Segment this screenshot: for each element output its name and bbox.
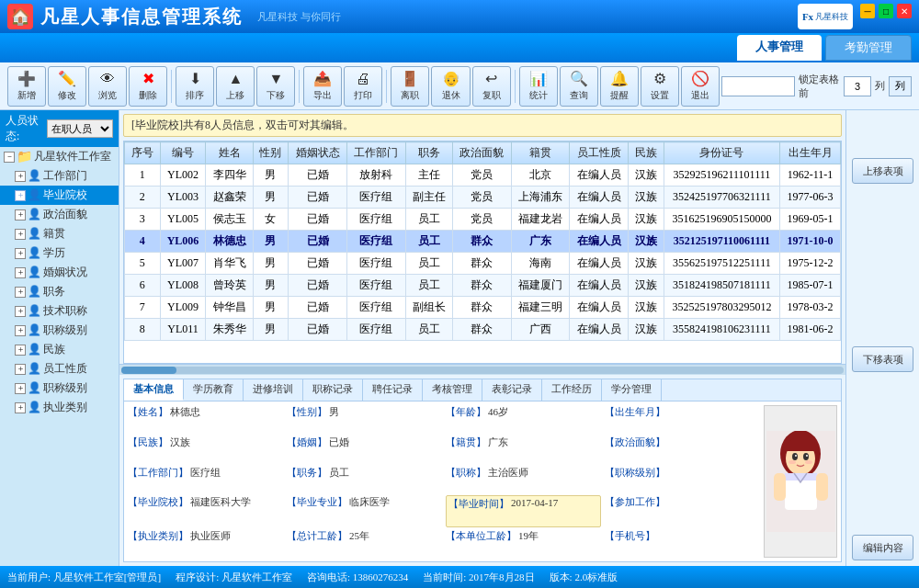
search-field[interactable] bbox=[721, 76, 795, 96]
table-cell: 4 bbox=[125, 231, 161, 253]
move-up-button[interactable]: ▲ 上移 bbox=[216, 66, 255, 107]
table-row[interactable]: 4YL006林德忠男已婚医疗组员工群众广东在编人员汉族3521251971100… bbox=[125, 231, 841, 253]
detail-tab-hire[interactable]: 聘任记录 bbox=[363, 379, 423, 401]
sidebar-item-school[interactable]: ＋ 👤 毕业院校 bbox=[0, 186, 119, 205]
table-cell: 男 bbox=[253, 187, 289, 209]
table-cell: 汉族 bbox=[629, 209, 664, 231]
sidebar-item-root[interactable]: － 📁 凡星软件工作室 bbox=[0, 147, 119, 166]
print-button[interactable]: 🖨 打印 bbox=[344, 66, 382, 107]
origin-icon: 👤 bbox=[28, 227, 41, 241]
table-cell: 1969-05-1 bbox=[780, 209, 841, 231]
lock-num-input[interactable] bbox=[844, 76, 871, 96]
table-cell: 副主任 bbox=[405, 187, 452, 209]
education-icon: 👤 bbox=[28, 246, 41, 260]
minimize-button[interactable]: ─ bbox=[860, 4, 875, 18]
detail-tab-work-history[interactable]: 工作经历 bbox=[542, 379, 602, 401]
table-cell: 已婚 bbox=[289, 319, 347, 341]
table-cell: 1977-06-3 bbox=[780, 187, 841, 209]
table-cell: 已婚 bbox=[289, 231, 347, 253]
table-cell: 已婚 bbox=[289, 187, 347, 209]
table-cell: YL011 bbox=[160, 319, 206, 341]
sidebar-item-dept[interactable]: ＋ 👤 工作部门 bbox=[0, 166, 119, 186]
delete-button[interactable]: ✖ 删除 bbox=[129, 66, 167, 107]
table-cell: 1981-06-2 bbox=[780, 319, 841, 341]
reinstate-button[interactable]: ↩ 复职 bbox=[472, 66, 511, 107]
lock-label: 锁定表格前 bbox=[799, 73, 840, 100]
sidebar-item-rank[interactable]: ＋ 👤 职称级别 bbox=[0, 379, 119, 398]
remind-icon: 🔔 bbox=[610, 70, 629, 87]
sidebar-item-nature[interactable]: ＋ 👤 员工性质 bbox=[0, 359, 119, 379]
maximize-button[interactable]: □ bbox=[879, 4, 893, 18]
sidebar-item-label-marriage: 婚姻状况 bbox=[43, 265, 87, 280]
retire-button[interactable]: 👴 退休 bbox=[431, 66, 470, 107]
nav-tab-hr[interactable]: 人事管理 bbox=[737, 35, 822, 61]
status-phone: 咨询电话: 13860276234 bbox=[307, 571, 408, 584]
sidebar-item-title-level[interactable]: ＋ 👤 职称级别 bbox=[0, 321, 119, 340]
table-row[interactable]: 2YL003赵鑫荣男已婚医疗组副主任党员上海浦东在编人员汉族3524251977… bbox=[125, 187, 841, 209]
export-button[interactable]: 📤 导出 bbox=[303, 66, 342, 107]
h-scroll[interactable] bbox=[119, 364, 845, 375]
detail-tab-assessment[interactable]: 考核管理 bbox=[423, 379, 482, 401]
detail-tab-title-record[interactable]: 职称记录 bbox=[303, 379, 363, 401]
col-job: 职务 bbox=[405, 142, 452, 164]
detail-tab-award[interactable]: 表彰记录 bbox=[482, 379, 542, 401]
table-cell: 放射科 bbox=[346, 164, 405, 187]
table-cell: 已婚 bbox=[289, 297, 347, 319]
table-row[interactable]: 8YL011朱秀华男已婚医疗组员工群众广西在编人员汉族3558241981062… bbox=[125, 319, 841, 341]
move-up-table-button[interactable]: 上移表项 bbox=[852, 158, 913, 184]
sidebar-item-education[interactable]: ＋ 👤 学历 bbox=[0, 243, 119, 263]
detail-tab-education[interactable]: 学历教育 bbox=[184, 379, 244, 401]
table-cell: 肖华飞 bbox=[206, 253, 253, 275]
sidebar-item-marriage[interactable]: ＋ 👤 婚姻状况 bbox=[0, 263, 119, 282]
sidebar-item-political[interactable]: ＋ 👤 政治面貌 bbox=[0, 205, 119, 224]
search-button[interactable]: 🔍 查询 bbox=[560, 66, 598, 107]
table-cell: 已婚 bbox=[289, 275, 347, 297]
leave-button[interactable]: 🚪 离职 bbox=[391, 66, 429, 107]
detail-tab-basic[interactable]: 基本信息 bbox=[124, 379, 184, 401]
close-button[interactable]: ✕ bbox=[897, 4, 912, 18]
exit-button[interactable]: 🚫 退出 bbox=[681, 66, 720, 107]
nav-tab-attendance[interactable]: 考勤管理 bbox=[825, 35, 912, 61]
sidebar-item-career[interactable]: ＋ 👤 执业类别 bbox=[0, 398, 119, 417]
table-row[interactable]: 3YL005侯志玉女已婚医疗组员工党员福建龙岩在编人员汉族35162519690… bbox=[125, 209, 841, 231]
sidebar-item-title[interactable]: ＋ 👤 技术职称 bbox=[0, 301, 119, 321]
table-cell: 男 bbox=[253, 231, 289, 253]
sort-button[interactable]: ⬇ 排序 bbox=[176, 66, 214, 107]
col-idcard: 身份证号 bbox=[664, 142, 779, 164]
move-down-button[interactable]: ▼ 下移 bbox=[256, 66, 295, 107]
remind-button[interactable]: 🔔 提醒 bbox=[600, 66, 639, 107]
table-cell: 医疗组 bbox=[346, 231, 405, 253]
status-select[interactable]: 在职人员 离职人员 退休人员 bbox=[47, 119, 113, 138]
table-row[interactable]: 7YL009钟华昌男已婚医疗组副组长群众福建三明在编人员汉族3525251978… bbox=[125, 297, 841, 319]
detail-tab-credits[interactable]: 学分管理 bbox=[602, 379, 662, 401]
confirm-lock-button[interactable]: 列 bbox=[889, 76, 912, 96]
table-cell: 党员 bbox=[452, 209, 511, 231]
table-row[interactable]: 6YL008曾玲英男已婚医疗组员工群众福建厦门在编人员汉族35182419850… bbox=[125, 275, 841, 297]
detail-tab-training[interactable]: 进修培训 bbox=[244, 379, 303, 401]
table-area[interactable]: 序号 编号 姓名 性别 婚姻状态 工作部门 职务 政治面貌 籍贯 员工性质 民族… bbox=[123, 141, 842, 364]
sidebar-item-job[interactable]: ＋ 👤 职务 bbox=[0, 282, 119, 301]
browse-button[interactable]: 👁 浏览 bbox=[88, 66, 127, 107]
status-designer: 程序设计: 凡星软件工作室 bbox=[176, 571, 292, 584]
edit-content-button[interactable]: 编辑内容 bbox=[852, 535, 913, 560]
table-cell: 已婚 bbox=[289, 253, 347, 275]
new-button[interactable]: ➕ 新增 bbox=[7, 66, 46, 107]
table-cell: YL005 bbox=[160, 209, 206, 231]
table-cell: 1971-10-0 bbox=[780, 231, 841, 253]
table-cell: 员工 bbox=[405, 319, 452, 341]
move-down-table-button[interactable]: 下移表项 bbox=[852, 346, 913, 372]
table-row[interactable]: 5YL007肖华飞男已婚医疗组员工群众海南在编人员汉族3556251975122… bbox=[125, 253, 841, 275]
stats-button[interactable]: 📊 统计 bbox=[519, 66, 558, 107]
edit-button[interactable]: ✏️ 修改 bbox=[48, 66, 86, 107]
table-cell: 员工 bbox=[405, 275, 452, 297]
sidebar-item-origin[interactable]: ＋ 👤 籍贯 bbox=[0, 224, 119, 243]
table-cell: 员工 bbox=[405, 209, 452, 231]
settings-button[interactable]: ⚙ 设置 bbox=[641, 66, 679, 107]
expand-icon-education: ＋ bbox=[15, 248, 26, 259]
table-cell: 6 bbox=[125, 275, 161, 297]
table-row[interactable]: 1YL002李四华男已婚放射科主任党员北京在编人员汉族3529251962111… bbox=[125, 164, 841, 187]
table-cell: 汉族 bbox=[629, 231, 664, 253]
ethnicity-icon: 👤 bbox=[28, 343, 41, 356]
table-cell: 在编人员 bbox=[570, 164, 629, 187]
sidebar-item-ethnicity[interactable]: ＋ 👤 民族 bbox=[0, 340, 119, 359]
